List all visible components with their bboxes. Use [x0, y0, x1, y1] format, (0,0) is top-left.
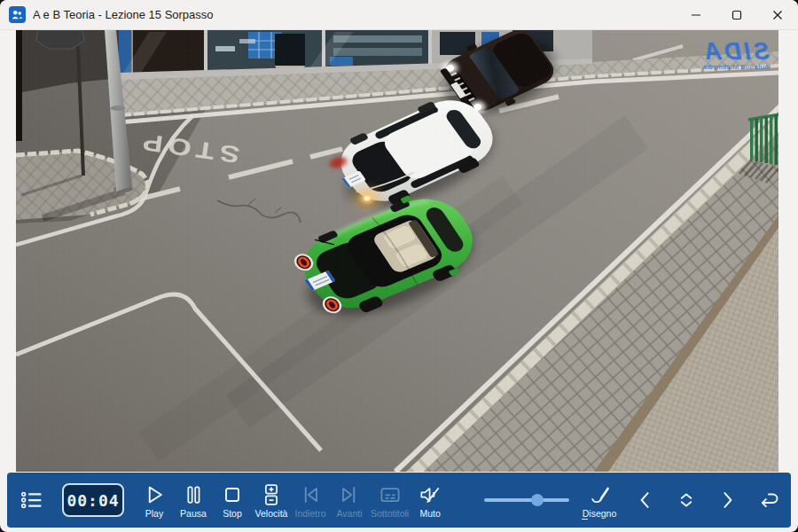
stop-label: Stop [223, 508, 242, 519]
stop-button[interactable]: Stop [213, 482, 252, 519]
volume-slider[interactable] [484, 492, 569, 508]
nav-up-down-button[interactable] [670, 488, 702, 512]
window-title: A e B Teoria - Lezione 15 Sorpasso [33, 8, 214, 21]
maximize-icon [732, 10, 742, 20]
draw-label: Disegno [583, 508, 617, 519]
subtitles-icon [378, 482, 403, 507]
accesskey-underline [582, 519, 588, 520]
chevron-up-down-icon [673, 488, 700, 512]
chevron-right-icon [715, 488, 739, 512]
play-button[interactable]: Play [135, 482, 174, 519]
skip-back-label: Indietro [294, 508, 325, 519]
people-icon [9, 6, 26, 23]
mute-icon [418, 482, 442, 507]
player-control-bar: 00:04 Play Pausa Stop [7, 473, 791, 528]
speed-button[interactable]: Velocità [252, 482, 291, 519]
skip-back-icon [298, 482, 323, 507]
video-area: STOP [16, 30, 778, 472]
close-button[interactable] [757, 0, 798, 29]
volume-slider-track[interactable] [484, 498, 569, 502]
maximize-button[interactable] [716, 0, 757, 29]
skip-forward-label: Avanti [337, 508, 363, 519]
nav-left-button[interactable] [630, 488, 661, 512]
nav-group [630, 488, 784, 512]
subtitles-button[interactable]: Sottotitoli [369, 482, 411, 519]
speed-label: Velocità [255, 508, 288, 519]
pause-label: Pausa [180, 508, 207, 519]
mute-label: Muto [420, 508, 441, 519]
play-icon [142, 482, 167, 507]
return-button[interactable] [752, 488, 784, 512]
stop-icon [220, 482, 245, 507]
volume-slider-thumb[interactable] [531, 494, 544, 506]
mute-button[interactable]: Muto [411, 482, 450, 519]
minimize-icon [691, 10, 701, 20]
window-controls [676, 0, 798, 29]
skip-back-button[interactable]: Indietro [291, 482, 330, 519]
pause-icon [181, 482, 206, 507]
timer-value: 00:04 [66, 491, 119, 510]
skip-forward-icon [337, 482, 362, 507]
video-scene: STOP [16, 30, 778, 472]
nav-right-button[interactable] [711, 488, 743, 512]
lesson-index-button[interactable] [14, 487, 50, 513]
timer-display: 00:04 [62, 483, 124, 517]
chevron-left-icon [633, 488, 658, 512]
speed-plus-minus-icon [259, 482, 284, 507]
titlebar: A e B Teoria - Lezione 15 Sorpasso [0, 0, 798, 30]
list-icon [19, 487, 45, 513]
pause-button[interactable]: Pausa [174, 482, 213, 519]
skip-forward-button[interactable]: Avanti [330, 482, 369, 519]
return-arrow-icon [755, 488, 781, 512]
play-label: Play [145, 508, 163, 519]
pen-icon [587, 482, 612, 507]
app-window: A e B Teoria - Lezione 15 Sorpasso [0, 0, 798, 532]
close-icon [772, 10, 783, 20]
subtitles-label: Sottotitoli [371, 508, 409, 519]
draw-button[interactable]: Disegno [580, 482, 619, 519]
minimize-button[interactable] [676, 0, 716, 29]
